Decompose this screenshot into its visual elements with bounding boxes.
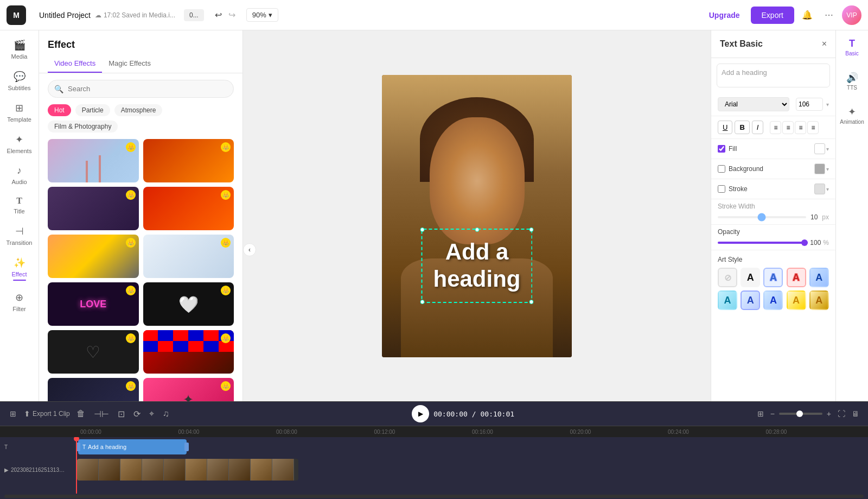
filter-tag-particle[interactable]: Particle xyxy=(75,104,110,116)
text-content-input[interactable]: Add a heading xyxy=(717,64,830,87)
stroke-color-swatch[interactable] xyxy=(814,184,825,194)
sidebar-item-media[interactable]: 🎬 Media xyxy=(2,35,37,64)
art-style-teal[interactable]: A xyxy=(718,290,737,310)
filter-tag-film[interactable]: Film & Photography xyxy=(48,121,118,132)
speed-button[interactable]: ⟳ xyxy=(131,407,143,421)
art-style-none[interactable]: ⊘ xyxy=(718,268,737,287)
play-button[interactable]: ▶ xyxy=(412,405,429,422)
playhead[interactable] xyxy=(76,437,77,494)
audio-button[interactable]: ♫ xyxy=(161,407,171,421)
text-overlay-box[interactable]: Add a heading xyxy=(421,229,532,303)
search-input[interactable] xyxy=(48,80,234,98)
effect-card-1[interactable]: 👑 xyxy=(48,139,139,182)
redo-button[interactable]: ↪ xyxy=(226,8,238,22)
sidebar-item-audio[interactable]: ♪ Audio xyxy=(2,161,37,190)
align-justify-button[interactable]: ≡ xyxy=(807,121,819,134)
track-handle-right[interactable] xyxy=(184,443,189,451)
fullscreen-button[interactable]: ⛶ xyxy=(835,407,847,420)
font-size-input[interactable] xyxy=(796,98,823,111)
bg-color-chevron[interactable]: ▾ xyxy=(826,166,829,172)
right-icon-tts[interactable]: 🔊 TTS xyxy=(843,68,861,94)
timeline-zoom-thumb[interactable] xyxy=(796,410,803,417)
filter-tag-atmosphere[interactable]: Atmosphere xyxy=(114,104,163,116)
app-logo[interactable]: M xyxy=(7,5,26,25)
monitor-button[interactable]: 🖥 xyxy=(850,407,861,420)
art-style-red-outline[interactable]: A xyxy=(787,268,806,287)
close-panel-button[interactable]: × xyxy=(822,39,827,49)
align-right-button[interactable]: ≡ xyxy=(795,121,806,134)
effect-card-8[interactable]: 🤍 👑 xyxy=(143,282,234,326)
fill-color-swatch[interactable] xyxy=(814,143,825,154)
split-clip-button[interactable]: ⊣⊢ xyxy=(92,407,111,421)
fill-checkbox[interactable] xyxy=(718,145,725,153)
panel-collapse-button[interactable]: ‹ xyxy=(243,243,256,256)
effect-card-2[interactable]: 👑 xyxy=(143,139,234,182)
timeline-zoom-track[interactable] xyxy=(779,413,822,415)
handle-br[interactable] xyxy=(529,300,534,304)
text-track-block[interactable]: T Add a heading xyxy=(78,439,187,454)
italic-button[interactable]: I xyxy=(752,121,764,134)
effect-card-4[interactable]: 👑 xyxy=(143,187,234,230)
sidebar-item-elements[interactable]: ✦ Elements xyxy=(2,129,37,159)
stroke-width-slider[interactable] xyxy=(718,216,806,218)
art-style-black[interactable]: A xyxy=(741,268,760,287)
handle-bl[interactable] xyxy=(420,300,424,304)
timeline-scrollbar[interactable] xyxy=(4,495,864,498)
art-style-gold2[interactable]: A xyxy=(809,290,829,310)
align-left-button[interactable]: ≡ xyxy=(770,121,781,134)
handle-tm[interactable] xyxy=(475,228,479,232)
undo-button[interactable]: ↩ xyxy=(213,8,224,22)
zoom-out-button[interactable]: − xyxy=(768,407,777,420)
underline-button[interactable]: U xyxy=(718,121,732,134)
history-dropdown[interactable]: 0... xyxy=(184,9,204,21)
thumbnail-toggle-button[interactable]: ⊞ xyxy=(7,407,20,420)
zoom-in-button[interactable]: + xyxy=(825,407,833,420)
handle-tl[interactable] xyxy=(420,228,424,232)
video-track-block[interactable] xyxy=(77,459,298,481)
more-options-button[interactable]: ⋯ xyxy=(820,7,838,24)
export-clip-button[interactable]: ⬆ Export 1 Clip xyxy=(24,409,70,418)
align-center-button[interactable]: ≡ xyxy=(782,121,794,134)
bold-button[interactable]: B xyxy=(735,121,749,134)
sidebar-item-filter[interactable]: ⊕ Filter xyxy=(2,287,37,317)
upgrade-button[interactable]: Upgrade xyxy=(703,11,746,20)
tab-magic-effects[interactable]: Magic Effects xyxy=(102,55,157,73)
tab-video-effects[interactable]: Video Effects xyxy=(48,55,102,73)
fill-color-chevron[interactable]: ▾ xyxy=(826,146,829,152)
zoom-selector[interactable]: 90% ▾ xyxy=(246,8,278,22)
handle-tr[interactable] xyxy=(529,228,534,232)
effect-card-11[interactable]: 👑 xyxy=(48,378,139,401)
crop-button[interactable]: ⊡ xyxy=(116,407,127,421)
sidebar-item-template[interactable]: ⊞ Template xyxy=(2,98,37,127)
art-style-blue2[interactable]: A xyxy=(741,290,760,310)
stroke-color-chevron[interactable]: ▾ xyxy=(826,186,829,192)
export-button[interactable]: Export xyxy=(751,7,794,24)
font-family-select[interactable]: Arial xyxy=(718,97,789,111)
effect-card-6[interactable]: 👑 xyxy=(143,235,234,278)
art-style-gold[interactable]: A xyxy=(787,290,806,310)
sidebar-item-transition[interactable]: ⊣ Transition xyxy=(2,221,37,250)
effect-card-5[interactable]: 👑 xyxy=(48,235,139,278)
background-checkbox[interactable] xyxy=(718,165,725,173)
background-color-swatch[interactable] xyxy=(814,163,825,174)
effect-card-10[interactable]: 👑 xyxy=(143,330,234,374)
effect-card-3[interactable]: 👑 xyxy=(48,187,139,230)
project-title[interactable]: Untitled Project xyxy=(39,11,91,20)
right-icon-basic[interactable]: T Basic xyxy=(842,35,861,60)
transform-button[interactable]: ⌖ xyxy=(147,407,156,421)
sidebar-item-effect[interactable]: ✨ Effect xyxy=(2,252,37,285)
art-style-blue3[interactable]: A xyxy=(763,290,783,310)
opacity-thumb[interactable] xyxy=(801,239,808,246)
right-icon-animation[interactable]: ✦ Animation xyxy=(837,103,867,128)
filter-tag-hot[interactable]: Hot xyxy=(48,104,71,116)
effect-card-9[interactable]: ♡ 👑 xyxy=(48,330,139,374)
effect-card-12[interactable]: ✦ 👑 xyxy=(143,378,234,401)
art-style-blue-outline[interactable]: A xyxy=(763,268,783,287)
zoom-fit-button[interactable]: ⊞ xyxy=(755,407,766,420)
art-style-blue-grad[interactable]: A xyxy=(809,268,829,287)
notifications-button[interactable]: 🔔 xyxy=(799,7,816,24)
sidebar-item-subtitles[interactable]: 💬 Subtitles xyxy=(2,66,37,96)
canvas-text[interactable]: Add a heading xyxy=(433,238,520,293)
sidebar-item-title[interactable]: T Title xyxy=(2,192,37,219)
user-avatar[interactable]: VIP xyxy=(842,5,861,25)
